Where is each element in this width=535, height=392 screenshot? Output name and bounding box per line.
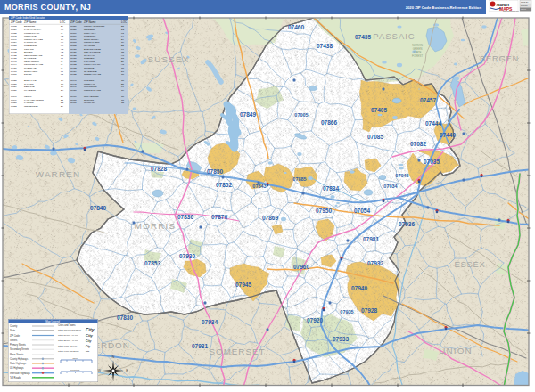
svg-text:Map Legend: Map Legend <box>45 320 60 323</box>
svg-text:07836: 07836 <box>11 89 17 92</box>
svg-text:GILLETTE: GILLETTE <box>84 67 95 69</box>
svg-text:07850: 07850 <box>11 102 17 104</box>
svg-text:LAKE HOPATCONG: LAKE HOPATCONG <box>24 99 44 102</box>
svg-text:NEWFOUNDLAND: NEWFOUNDLAND <box>24 54 43 57</box>
svg-text:07438: 07438 <box>11 57 17 60</box>
svg-text:N: N <box>112 355 115 359</box>
svg-text:SOLD BY: SOLD BY <box>521 1 529 3</box>
svg-text:07885: 07885 <box>70 45 77 47</box>
svg-text:Cities and Towns: Cities and Towns <box>58 323 76 327</box>
svg-text:E: E <box>126 369 128 372</box>
svg-text:ZIP Code Index/Grid Locator: ZIP Code Index/Grid Locator <box>11 16 45 20</box>
svg-text:City: City <box>86 327 95 332</box>
svg-text:STOCKHOLM: STOCKHOLM <box>24 70 37 73</box>
svg-text:MINE HILL: MINE HILL <box>24 77 35 79</box>
svg-text:CHATHAM: CHATHAM <box>84 54 95 57</box>
svg-text:07054: 07054 <box>11 41 17 44</box>
svg-text:07878: 07878 <box>70 41 77 44</box>
svg-text:07058: 07058 <box>11 45 17 47</box>
svg-text:SUCCASUNNA: SUCCASUNNA <box>84 38 99 41</box>
svg-text:LANDING: LANDING <box>24 102 34 104</box>
svg-text:ZIP Name: ZIP Name <box>84 20 96 24</box>
svg-text:MILLINGTON: MILLINGTON <box>84 86 97 88</box>
svg-text:LOC: LOC <box>121 20 128 24</box>
svg-text:County: County <box>10 324 18 328</box>
svg-text:OAK RIDGE: OAK RIDGE <box>24 57 37 60</box>
svg-text:STIRLING: STIRLING <box>84 99 94 102</box>
svg-text:Secondary Streets: Secondary Streets <box>10 347 29 351</box>
svg-text:MOUNT TABOR: MOUNT TABOR <box>84 41 100 44</box>
svg-text:Miles: Miles <box>72 357 78 359</box>
svg-text:07852: 07852 <box>11 105 17 108</box>
svg-text:PEQUANNOCK: PEQUANNOCK <box>24 61 39 63</box>
svg-text:FAR HILLS: FAR HILLS <box>84 61 95 63</box>
svg-text:MORRIS PLAINS: MORRIS PLAINS <box>84 89 101 92</box>
svg-text:07934: 07934 <box>70 70 77 73</box>
svg-text:07980: 07980 <box>70 99 77 102</box>
svg-text:Interstate Highways: Interstate Highways <box>10 372 30 375</box>
svg-text:RANDOLPH: RANDOLPH <box>84 35 96 37</box>
svg-text:W: W <box>98 369 102 372</box>
svg-text:07801: 07801 <box>11 73 17 76</box>
svg-text:RIVERDALE: RIVERDALE <box>24 67 37 69</box>
svg-text:07005: 07005 <box>11 25 17 28</box>
svg-text:07857: 07857 <box>70 29 77 31</box>
svg-text:ZIP Code: ZIP Code <box>10 334 20 338</box>
svg-text:ZIP Name: ZIP Name <box>24 20 37 24</box>
svg-text:Primary Streets: Primary Streets <box>10 343 27 347</box>
svg-text:County Highways: County Highways <box>10 357 29 361</box>
svg-text:07933: 07933 <box>70 67 77 69</box>
svg-text:City: City <box>86 339 93 343</box>
svg-text:07981: 07981 <box>70 102 77 104</box>
svg-text:07936: 07936 <box>70 77 77 79</box>
svg-text:ZIP Code: ZIP Code <box>70 20 82 24</box>
svg-text:Streets: Streets <box>10 339 18 342</box>
svg-text:07034: 07034 <box>11 29 17 31</box>
svg-text:State: State <box>10 329 16 332</box>
svg-text:NETCONG: NETCONG <box>84 29 95 31</box>
svg-text:07931: 07931 <box>70 61 77 63</box>
svg-text:CALIFON: CALIFON <box>24 83 34 86</box>
svg-text:07405: 07405 <box>11 51 17 53</box>
svg-text:MENDHAM: MENDHAM <box>84 83 95 86</box>
svg-text:07046: 07046 <box>11 38 17 41</box>
svg-text:07946: 07946 <box>70 86 77 88</box>
svg-text:07950: 07950 <box>70 89 77 92</box>
svg-text:BUTLER: BUTLER <box>24 51 33 53</box>
svg-text:Kilometers: Kilometers <box>70 369 80 371</box>
svg-text:07834: 07834 <box>11 86 17 88</box>
svg-text:07045: 07045 <box>11 35 17 37</box>
svg-text:EAST HANOVER: EAST HANOVER <box>84 77 101 79</box>
svg-text:WHIPPANY: WHIPPANY <box>84 102 95 104</box>
svg-text:07928: 07928 <box>70 54 77 57</box>
svg-text:07460: 07460 <box>11 70 17 73</box>
svg-text:LEDGEWOOD: LEDGEWOOD <box>24 105 38 108</box>
svg-text:CEDAR KNOLLS: CEDAR KNOLLS <box>84 51 101 53</box>
svg-text:07457: 07457 <box>11 67 17 69</box>
svg-text:ZIP Code: ZIP Code <box>11 20 22 24</box>
svg-text:07853: 07853 <box>11 109 17 111</box>
svg-text:US Highways: US Highways <box>10 366 24 370</box>
svg-text:07930: 07930 <box>70 57 77 60</box>
svg-text:www.marketmaps.com: www.marketmaps.com <box>503 10 520 12</box>
svg-text:CHESTER: CHESTER <box>84 57 95 60</box>
svg-text:07945: 07945 <box>70 83 77 86</box>
svg-text:LONG VALLEY: LONG VALLEY <box>24 109 39 111</box>
svg-text:GREEN VILLAGE: GREEN VILLAGE <box>84 73 102 76</box>
svg-text:City: City <box>86 333 94 338</box>
svg-text:WHARTON: WHARTON <box>84 45 95 47</box>
svg-text:MMXXII: MMXXII <box>521 8 527 10</box>
svg-text:MOUNTAIN LAKES: MOUNTAIN LAKES <box>24 38 43 41</box>
svg-text:State Highways: State Highways <box>10 362 27 365</box>
svg-text:07435: 07435 <box>11 54 17 57</box>
svg-text:PINE BROOK: PINE BROOK <box>24 45 37 47</box>
svg-text:DENVILLE: DENVILLE <box>24 86 35 88</box>
svg-text:07935: 07935 <box>70 73 77 76</box>
svg-text:07830: 07830 <box>11 83 17 86</box>
svg-text:Minor Streets: Minor Streets <box>10 353 24 356</box>
svg-text:FLANDERS: FLANDERS <box>24 89 36 92</box>
svg-text:Toll Roads: Toll Roads <box>10 376 21 380</box>
svg-text:LAKE HIAWATHA: LAKE HIAWATHA <box>24 29 41 31</box>
svg-text:HACKETTSTOWN: HACKETTSTOWN <box>24 93 42 95</box>
svg-text:07856: 07856 <box>70 25 77 28</box>
